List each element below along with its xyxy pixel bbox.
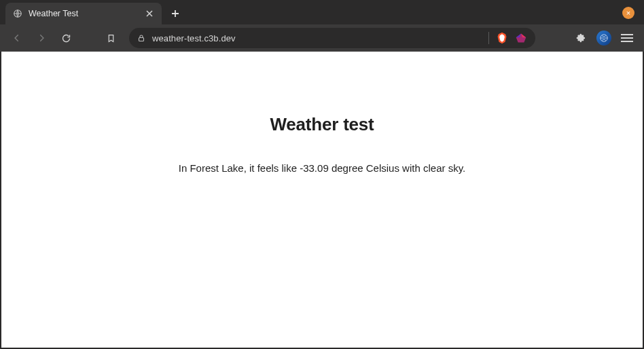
lock-icon bbox=[137, 33, 145, 43]
page-viewport: Weather test In Forest Lake, it feels li… bbox=[1, 52, 643, 348]
brave-shields-icon[interactable] bbox=[515, 32, 527, 44]
weather-sentence: In Forest Lake, it feels like -33.09 deg… bbox=[1, 162, 643, 174]
close-icon: × bbox=[626, 10, 630, 17]
tab-active[interactable]: Weather Test bbox=[5, 3, 162, 24]
url-text: weather-test.c3b.dev bbox=[152, 33, 482, 43]
svg-rect-1 bbox=[139, 38, 144, 41]
globe-favicon-icon bbox=[12, 8, 23, 19]
page-heading: Weather test bbox=[1, 114, 643, 135]
tab-close-button[interactable] bbox=[144, 8, 155, 19]
bookmark-button[interactable] bbox=[101, 28, 121, 48]
tab-strip: Weather Test bbox=[0, 0, 644, 24]
extensions-button[interactable] bbox=[571, 28, 591, 48]
profile-avatar[interactable] bbox=[596, 31, 611, 45]
menu-button[interactable] bbox=[617, 28, 637, 48]
page-content: Weather test In Forest Lake, it feels li… bbox=[1, 52, 643, 174]
toolbar: weather-test.c3b.dev bbox=[0, 24, 644, 52]
window-close-button[interactable]: × bbox=[622, 7, 634, 19]
toolbar-right bbox=[543, 28, 637, 48]
reload-button[interactable] bbox=[56, 28, 76, 48]
address-bar[interactable]: weather-test.c3b.dev bbox=[129, 28, 535, 48]
hamburger-icon bbox=[621, 34, 633, 42]
address-bar-separator bbox=[488, 32, 489, 44]
brave-rewards-icon[interactable] bbox=[496, 32, 508, 44]
back-button[interactable] bbox=[7, 28, 27, 48]
forward-button[interactable] bbox=[31, 28, 52, 48]
tab-title: Weather Test bbox=[29, 9, 139, 18]
new-tab-button[interactable] bbox=[166, 4, 185, 23]
